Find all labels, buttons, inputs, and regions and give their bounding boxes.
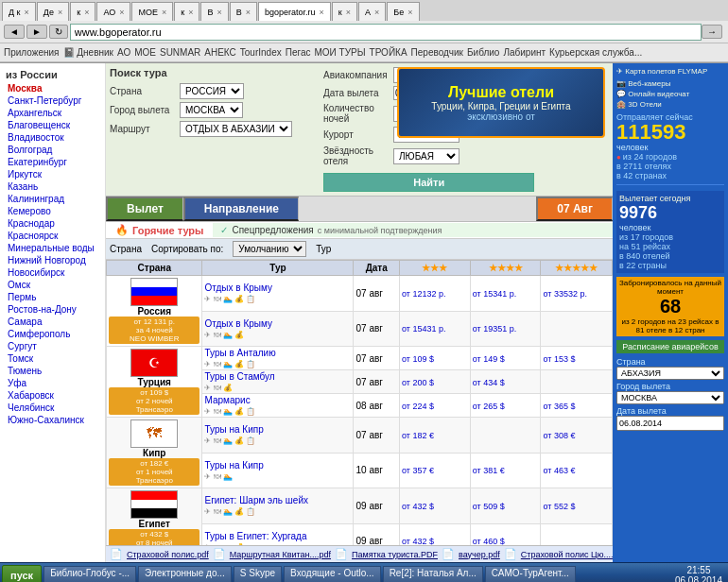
bookmark-ao[interactable]: АО — [117, 47, 130, 58]
price-link[interactable]: от 109 $ — [402, 354, 434, 364]
sidebar-item-krasnoy[interactable]: Красноярск — [2, 230, 103, 242]
online-videochat-link[interactable]: 💬 Онлайн видеочат — [616, 90, 724, 98]
route-select[interactable]: ОТДЫХ В АБХАЗИИ — [180, 121, 292, 137]
price-link[interactable]: от 12132 р. — [402, 289, 445, 299]
bookmark-labirint[interactable]: Лабиринт — [503, 47, 546, 58]
sidebar-item-chel[interactable]: Челябинск — [2, 402, 103, 414]
price-link[interactable]: от 460 $ — [473, 537, 505, 545]
sidebar-item-kaz[interactable]: Казань — [2, 180, 103, 193]
tab-5[interactable]: МОЕ× — [131, 2, 173, 21]
bookmark-my-tours[interactable]: МОИ ТУРЫ — [314, 47, 365, 58]
bookmark-dnevnik[interactable]: 📓 Дневник — [63, 47, 113, 58]
country-select[interactable]: РОССИЯ — [180, 83, 244, 99]
city-form-select[interactable]: МОСКВА — [616, 391, 724, 404]
sidebar-item-arh[interactable]: Архангельск — [2, 107, 103, 119]
tab-4[interactable]: АО× — [96, 2, 130, 21]
bookmark-pegas[interactable]: Пегас — [286, 47, 311, 58]
bookmark-moe[interactable]: МОЕ — [134, 47, 156, 58]
tour-link[interactable]: Мармарис — [204, 395, 250, 405]
price-link[interactable]: от 153 $ — [543, 354, 575, 364]
price-link[interactable]: от 509 $ — [473, 502, 505, 511]
flight-schedule-button[interactable]: Расписание авиарейсов — [616, 340, 724, 353]
sidebar-item-tomsk[interactable]: Томск — [2, 352, 103, 365]
sidebar-item-ekb[interactable]: Екатеринбург — [2, 156, 103, 168]
tab-7[interactable]: В× — [200, 2, 228, 21]
sidebar-item-simf[interactable]: Симферополь — [2, 328, 103, 340]
bookmark-translate[interactable]: Переводчик — [411, 47, 463, 58]
price-link[interactable]: от 265 $ — [473, 402, 505, 411]
sidebar-item-rostov[interactable]: Ростов-на-Дону — [2, 303, 103, 316]
price-link[interactable]: от 432 $ — [402, 537, 434, 545]
price-link[interactable]: от 19351 р. — [473, 324, 516, 334]
price-link[interactable]: от 308 € — [543, 431, 575, 440]
url-input[interactable] — [70, 24, 702, 41]
tour-link[interactable]: Египет: Шарм эль шейх — [204, 495, 308, 505]
tab-bgoperator[interactable]: bgoperator.ru× — [258, 2, 331, 21]
sidebar-item-surgut[interactable]: Сургут — [2, 340, 103, 352]
sidebar-item-perm[interactable]: Пермь — [2, 291, 103, 303]
tour-link[interactable]: Туры в Египет: Хургада — [204, 531, 306, 541]
bookmark-courier[interactable]: Курьерская служба... — [549, 47, 642, 58]
tab-8[interactable]: В× — [230, 2, 257, 21]
bookmark-sunmar[interactable]: SUNMAR — [160, 47, 200, 58]
sidebar-item-volg[interactable]: Волгоград — [2, 144, 103, 156]
country-form-select[interactable]: АБХАЗИЯ — [616, 367, 724, 380]
bookmark-biblio[interactable]: Библио — [467, 47, 499, 58]
direction-button[interactable]: Направление — [183, 197, 299, 221]
search-button[interactable]: Найти — [323, 173, 534, 192]
tour-link[interactable]: Туры в Анталию — [204, 348, 275, 358]
sidebar-item-kem[interactable]: Кемерово — [2, 205, 103, 217]
sidebar-item-nn[interactable]: Нижний Новгород — [2, 254, 103, 266]
price-link[interactable]: от 182 € — [402, 431, 434, 440]
webcam-link[interactable]: 📷 Веб-камеры — [616, 79, 724, 88]
tab-3[interactable]: к× — [70, 2, 95, 21]
price-link[interactable]: от 200 $ — [402, 378, 434, 387]
forward-button[interactable]: ► — [26, 25, 47, 39]
price-link[interactable]: от 552 $ — [543, 502, 575, 511]
sidebar-item-moscow[interactable]: Москва — [2, 82, 103, 94]
tour-link[interactable]: Туры на Кипр — [204, 460, 263, 471]
ad-banner[interactable]: Лучшие отели Турции, Кипра, Греции и Еги… — [397, 67, 605, 138]
taskbar-item-4[interactable]: Входящие - Outlo... — [284, 566, 381, 583]
start-button[interactable]: пуск — [2, 565, 42, 583]
price-link[interactable]: от 434 $ — [473, 378, 505, 387]
back-button[interactable]: ◄ — [4, 25, 25, 39]
taskbar-item-3[interactable]: S Skype — [234, 566, 282, 583]
sidebar-item-omsk[interactable]: Омск — [2, 279, 103, 291]
tour-link[interactable]: Отдых в Крыму — [204, 282, 271, 293]
file-link-1[interactable]: Страховой полис.pdf — [127, 550, 209, 559]
sidebar-item-spb[interactable]: Санкт-Петербург — [2, 94, 103, 107]
file-link-5[interactable]: Страховой полис Цю....pdf — [521, 550, 613, 559]
sidebar-item-novo[interactable]: Новосибирск — [2, 266, 103, 279]
tour-link[interactable]: Туры в Стамбул — [204, 371, 274, 382]
taskbar-item-2[interactable]: Электронные до... — [138, 566, 232, 583]
price-link[interactable]: от 149 $ — [473, 354, 505, 364]
price-link[interactable]: от 15341 р. — [473, 289, 516, 299]
price-link[interactable]: от 357 € — [402, 466, 434, 475]
price-link[interactable]: от 463 € — [543, 466, 575, 475]
sidebar-item-krasn[interactable]: Краснодар — [2, 217, 103, 230]
stars-select[interactable]: ЛЮБАЯ — [393, 148, 459, 164]
sidebar-item-kalin[interactable]: Калининград — [2, 193, 103, 205]
sidebar-item-yuzno[interactable]: Южно-Сахалинск — [2, 414, 103, 426]
bookmark-tourindex[interactable]: TourIndex — [240, 47, 282, 58]
tab-10[interactable]: к× — [332, 2, 357, 21]
sidebar-item-mw[interactable]: Минеральные воды — [2, 242, 103, 254]
tab-1[interactable]: Д к× — [2, 2, 36, 21]
date-button[interactable]: 07 Авг — [536, 197, 613, 221]
price-link[interactable]: от 432 $ — [402, 502, 434, 511]
tab-6[interactable]: к× — [174, 2, 199, 21]
sort-select[interactable]: Умолчанию — [233, 241, 306, 257]
price-link[interactable]: от 15431 р. — [402, 324, 445, 334]
taskbar-item-5[interactable]: Re[2]: Наталья Ал... — [383, 566, 483, 583]
sidebar-item-khabar[interactable]: Хабаровск — [2, 389, 103, 402]
price-link[interactable]: от 224 $ — [402, 402, 434, 411]
bookmark-aneks[interactable]: АНЕКС — [204, 47, 236, 58]
file-link-2[interactable]: Маршрутная Квитан....pdf — [230, 550, 331, 559]
price-link[interactable]: от 33532 р. — [543, 289, 586, 299]
tour-link[interactable]: Отдых в Крыму — [204, 318, 271, 329]
bookmark-apps[interactable]: Приложения — [4, 47, 60, 58]
price-link[interactable]: от 381 € — [473, 466, 505, 475]
sidebar-item-irk[interactable]: Иркутск — [2, 168, 103, 180]
date-form-input[interactable] — [616, 416, 724, 431]
